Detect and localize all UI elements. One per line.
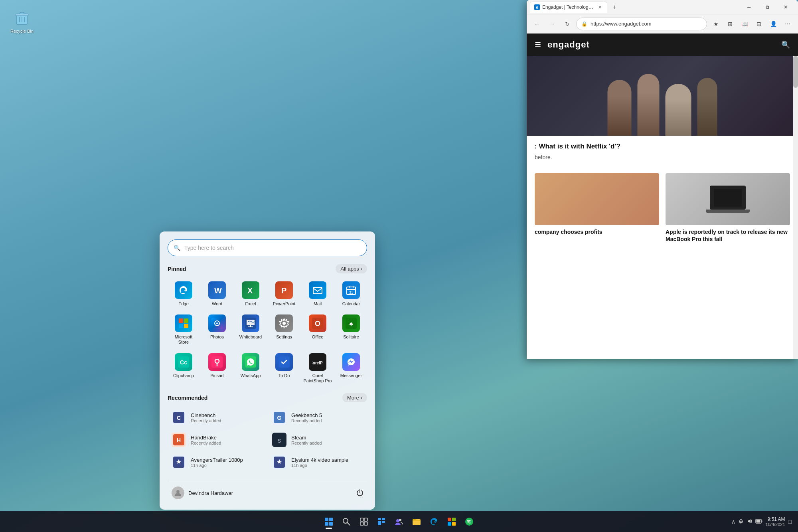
close-button[interactable]: ✕ [776, 2, 795, 13]
svg-text:Cc: Cc [180, 359, 187, 366]
app-solitaire[interactable]: ♠ Solitaire [335, 311, 367, 348]
all-apps-button[interactable]: All apps › [336, 264, 367, 273]
app-excel[interactable]: X Excel [235, 278, 267, 310]
user-info[interactable]: Devindra Hardawar [168, 484, 237, 502]
geekbench-name: Geekbench 5 [291, 412, 322, 418]
network-icon[interactable] [738, 518, 744, 526]
pinned-apps-grid: Edge W Word X Excel P PowerPoint [168, 278, 367, 387]
svg-rect-77 [452, 522, 456, 526]
store-taskbar-button[interactable] [444, 514, 460, 530]
toolbar-icons: ★ ⊞ 📖 ⊟ 👤 ⋯ [709, 18, 794, 30]
app-msstore[interactable]: Microsoft Store [168, 311, 200, 348]
app-powerpoint[interactable]: P PowerPoint [268, 278, 300, 310]
picsart-icon [208, 353, 226, 371]
rec-handbrake[interactable]: H HandBrake Recently added [168, 429, 267, 450]
tab-close-button[interactable]: ✕ [597, 4, 603, 10]
menu-icon[interactable]: ☰ [535, 40, 541, 49]
favorites-button[interactable]: ★ [709, 18, 722, 30]
collections-button[interactable]: ⊟ [753, 18, 765, 30]
back-button[interactable]: ← [531, 18, 543, 30]
app-corel[interactable]: CorelPS Corel PaintShop Pro [302, 350, 334, 387]
svg-point-56 [176, 490, 180, 493]
extensions-button[interactable]: ⊞ [724, 18, 737, 30]
task-view-button[interactable] [356, 514, 372, 530]
address-bar[interactable]: 🔒 https://www.engadget.com [576, 18, 707, 30]
window-controls: ─ ⧉ ✕ [740, 2, 795, 13]
app-calendar[interactable]: 31 Calendar [335, 278, 367, 310]
forward-button[interactable]: → [546, 18, 559, 30]
reading-mode-button[interactable]: 📖 [738, 18, 751, 30]
svg-rect-82 [761, 520, 762, 522]
browser-tab[interactable]: e Engadget | Technology News &... ✕ [530, 2, 607, 13]
scrollbar[interactable] [793, 56, 798, 359]
mail-label: Mail [314, 301, 322, 307]
app-todo[interactable]: To Do [268, 350, 300, 387]
solitaire-label: Solitaire [343, 334, 359, 340]
svg-rect-74 [448, 518, 451, 521]
refresh-button[interactable]: ↻ [561, 18, 574, 30]
app-clipchamp[interactable]: Cc Clipchamp [168, 350, 200, 387]
more-button[interactable]: More › [342, 393, 367, 402]
search-button[interactable] [338, 514, 354, 530]
article-card-2[interactable]: Apple is reportedly on track to release … [666, 173, 790, 243]
rec-cinebench[interactable]: C Cinebench Recently added [168, 407, 267, 428]
app-messenger[interactable]: Messenger [335, 350, 367, 387]
minimize-button[interactable]: ─ [740, 2, 758, 13]
app-photos[interactable]: Photos [201, 311, 233, 348]
rec-elysium[interactable]: Elysium 4k video sample 11h ago [268, 452, 367, 473]
hero-image [527, 56, 798, 136]
app-whatsapp[interactable]: WhatsApp [235, 350, 267, 387]
notification-icon[interactable]: □ [788, 518, 792, 525]
search-bar[interactable]: 🔍 Type here to search [168, 239, 367, 256]
new-tab-button[interactable]: + [609, 2, 620, 13]
recommended-grid: C Cinebench Recently added G Geekbench 5… [168, 407, 367, 473]
rec-avengers[interactable]: AvengersTrailer 1080p 11h ago [168, 452, 267, 473]
handbrake-sub: Recently added [191, 441, 221, 445]
svg-rect-66 [364, 522, 367, 525]
corel-icon: CorelPS [309, 353, 326, 371]
recycle-bin[interactable]: Recycle Bin [8, 8, 36, 34]
more-button[interactable]: ⋯ [781, 18, 794, 30]
pinned-header: Pinned All apps › [168, 264, 367, 273]
app-mail[interactable]: Mail [302, 278, 334, 310]
article-card-1[interactable]: company chooses profits [535, 173, 659, 243]
teams-icon [395, 517, 403, 526]
powerpoint-icon: P [275, 281, 293, 299]
cinebench-sub: Recently added [191, 418, 221, 423]
volume-icon[interactable] [747, 518, 753, 526]
system-tray: ∧ 9:51 AM 10/4/2021 □ [731, 516, 792, 527]
app-word[interactable]: W Word [201, 278, 233, 310]
rec-steam[interactable]: S Steam Recently added [268, 429, 367, 450]
clock[interactable]: 9:51 AM 10/4/2021 [766, 516, 785, 527]
edge-taskbar-button[interactable] [426, 514, 442, 530]
app-edge[interactable]: Edge [168, 278, 200, 310]
profile-button[interactable]: 👤 [767, 18, 780, 30]
app-office[interactable]: O Office [302, 311, 334, 348]
edge-label: Edge [178, 301, 189, 307]
battery-icon[interactable] [755, 518, 762, 525]
file-explorer-button[interactable] [409, 514, 425, 530]
svg-rect-58 [329, 518, 333, 521]
power-button[interactable] [353, 486, 367, 500]
restore-button[interactable]: ⧉ [758, 2, 776, 13]
search-input[interactable]: Type here to search [184, 245, 361, 251]
engadget-header: ☰ engadget 🔍 [527, 34, 798, 56]
user-name-label: Devindra Hardawar [188, 490, 233, 496]
start-button[interactable] [321, 514, 337, 530]
rec-geekbench[interactable]: G Geekbench 5 Recently added [268, 407, 367, 428]
widgets-button[interactable] [373, 514, 389, 530]
cinebench-text: Cinebench Recently added [191, 412, 221, 423]
teams-button[interactable] [391, 514, 407, 530]
article-excerpt: before. [535, 154, 790, 160]
spotify-button[interactable] [461, 514, 477, 530]
all-apps-label: All apps [340, 266, 359, 272]
app-settings[interactable]: Settings [268, 311, 300, 348]
app-whiteboard[interactable]: Whiteboard [235, 311, 267, 348]
store-taskbar-icon [447, 517, 456, 526]
app-picsart[interactable]: Picsart [201, 350, 233, 387]
calendar-icon: 31 [342, 281, 360, 299]
scrollbar-thumb[interactable] [793, 56, 798, 88]
chevron-up-icon[interactable]: ∧ [731, 518, 735, 525]
search-icon: 🔍 [174, 245, 180, 251]
search-icon[interactable]: 🔍 [781, 40, 790, 49]
